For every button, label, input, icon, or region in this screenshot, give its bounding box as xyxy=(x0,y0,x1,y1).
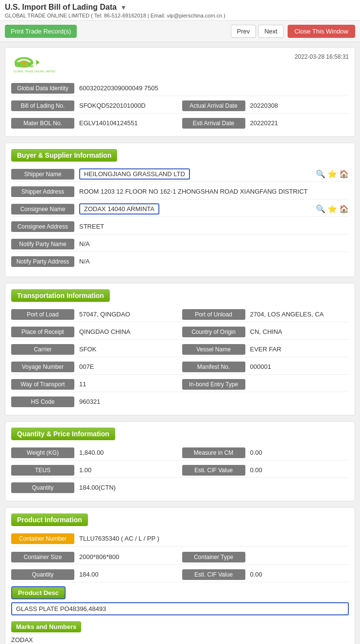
teus-label: TEUS xyxy=(11,465,74,476)
quantity-value: 184.00(CTN) xyxy=(74,482,178,493)
svg-text:G: G xyxy=(15,60,20,68)
marks-value: ZODAX xyxy=(11,634,349,644)
global-data-identity-value: 600320220309000049 7505 xyxy=(74,83,349,94)
manifest-label: Manifest No. xyxy=(182,362,245,372)
vessel-name-label: Vessel Name xyxy=(182,344,245,355)
esti-arrival-label: Esti Arrival Date xyxy=(182,118,245,129)
quantity-row: Quantity 184.00(CTN) xyxy=(11,480,349,495)
top-bar: U.S. Import Bill of Lading Data ▼ GLOBAL… xyxy=(0,0,360,21)
transportation-section: Transportation Information Port of Load … xyxy=(5,283,355,415)
quantity-price-section: Quantity & Price Information Weight (KG)… xyxy=(5,421,355,501)
bol-value: SFOKQD5220101000D xyxy=(74,100,178,111)
quantity-label: Quantity xyxy=(11,482,74,493)
container-number-row: Container Number TLLU7635340 ( AC / L / … xyxy=(11,531,349,546)
content-area: G T C GLOBAL TRADE ONLINE LIMITED 2022-0… xyxy=(0,42,360,644)
port-of-unload-value: 2704, LOS ANGELES, CA xyxy=(245,309,349,320)
star-icon[interactable]: ⭐ xyxy=(327,169,337,179)
marks-area: Marks and Numbers ZODAX xyxy=(11,618,349,644)
consignee-name-row: Consignee Name ZODAX 14040 ARMINTA 🔍 ⭐ 🏠 xyxy=(11,201,349,217)
esti-arrival-value: 20220221 xyxy=(245,117,349,129)
container-number-value: TLLU7635340 ( AC / L / PP ) xyxy=(74,533,349,544)
notify-party-address-row: Notify Party Address N/A xyxy=(11,254,349,269)
measure-label: Measure in CM xyxy=(182,447,245,458)
mater-bol-row: Mater BOL No. EGLV140104124551 Esti Arri… xyxy=(11,116,349,131)
product-desc-label: Product Desc xyxy=(11,586,66,599)
consignee-address-label: Consignee Address xyxy=(11,221,74,232)
measure-value: 0.00 xyxy=(245,447,349,458)
consignee-icons: 🔍 ⭐ 🏠 xyxy=(316,204,349,214)
svg-marker-4 xyxy=(36,60,40,65)
svg-text:T: T xyxy=(22,60,27,68)
weight-row: Weight (KG) 1,840.00 Measure in CM 0.00 xyxy=(11,445,349,461)
hs-code-row: HS Code 960321 xyxy=(11,394,349,409)
product-esti-cif-value: 0.00 xyxy=(245,569,349,580)
svg-text:C: C xyxy=(29,60,34,68)
weight-value: 1,840.00 xyxy=(74,447,178,458)
carrier-row: Carrier SFOK Vessel Name EVER FAR xyxy=(11,342,349,357)
consignee-home-icon[interactable]: 🏠 xyxy=(339,204,349,214)
port-of-load-value: 57047, QINGDAO xyxy=(74,309,178,320)
subtitle: GLOBAL TRADE ONLINE LIMITED ( Tel: 86-51… xyxy=(5,13,355,18)
in-bond-label: In-bond Entry Type xyxy=(182,379,245,390)
global-data-identity-label: Global Data Identity xyxy=(11,83,74,94)
carrier-label: Carrier xyxy=(11,344,74,355)
product-quantity-value: 184.00 xyxy=(74,569,178,580)
teus-row: TEUS 1.00 Esti. CIF Value 0.00 xyxy=(11,462,349,478)
way-of-transport-label: Way of Transport xyxy=(11,379,74,390)
container-size-value: 2000*806*800 xyxy=(74,551,178,562)
container-type-label: Container Type xyxy=(182,552,245,562)
esti-cif-label: Esti. CIF Value xyxy=(182,465,245,476)
consignee-search-icon[interactable]: 🔍 xyxy=(316,204,326,214)
notify-party-address-value: N/A xyxy=(74,256,349,267)
page-title: U.S. Import Bill of Lading Data xyxy=(5,3,117,11)
dropdown-arrow[interactable]: ▼ xyxy=(120,4,127,11)
shipper-name-row: Shipper Name HEILONGJIANG GRASSLAND LTD … xyxy=(11,166,349,182)
shipper-name-value: HEILONGJIANG GRASSLAND LTD xyxy=(79,168,190,180)
weight-label: Weight (KG) xyxy=(11,447,74,458)
carrier-value: SFOK xyxy=(74,344,178,355)
consignee-name-value: ZODAX 14040 ARMINTA xyxy=(79,203,159,215)
port-row: Port of Load 57047, QINGDAO Port of Unlo… xyxy=(11,307,349,322)
place-of-receipt-value: QINGDAO CHINA xyxy=(74,326,178,337)
actual-arrival-label: Actual Arrival Date xyxy=(182,100,245,111)
buyer-supplier-title: Buyer & Supplier Information xyxy=(11,149,117,162)
quantity-price-title: Quantity & Price Information xyxy=(11,428,115,440)
mater-bol-value: EGLV140104124551 xyxy=(74,117,178,129)
buyer-supplier-section: Buyer & Supplier Information Shipper Nam… xyxy=(5,143,355,277)
teus-value: 1.00 xyxy=(74,464,178,476)
home-icon[interactable]: 🏠 xyxy=(339,169,349,179)
close-button[interactable]: Close This Window xyxy=(288,25,355,38)
consignee-address-value: STREET xyxy=(74,221,349,232)
manifest-value: 000001 xyxy=(245,361,349,372)
transportation-title: Transportation Information xyxy=(11,289,110,302)
timestamp: 2022-03-28 16:58:31 xyxy=(295,53,349,60)
consignee-name-label: Consignee Name xyxy=(11,204,74,215)
mater-bol-label: Mater BOL No. xyxy=(11,118,74,129)
voyage-number-value: 007E xyxy=(74,361,178,372)
shipper-name-label: Shipper Name xyxy=(11,169,74,180)
svg-text:GLOBAL TRADE ONLINE LIMITED: GLOBAL TRADE ONLINE LIMITED xyxy=(13,70,55,73)
next-button[interactable]: Next xyxy=(258,25,284,38)
port-of-load-label: Port of Load xyxy=(11,309,74,320)
prev-button[interactable]: Prev xyxy=(231,25,257,38)
product-desc-area: Product Desc GLASS PLATE PO48396,48493 xyxy=(11,586,349,615)
container-size-row: Container Size 2000*806*800 Container Ty… xyxy=(11,549,349,565)
bol-row: Bill of Lading No. SFOKQD5220101000D Act… xyxy=(11,98,349,114)
logo-area: G T C GLOBAL TRADE ONLINE LIMITED 2022-0… xyxy=(11,53,349,77)
search-icon[interactable]: 🔍 xyxy=(316,169,326,179)
country-of-origin-label: Country of Origin xyxy=(182,327,245,337)
hs-code-value: 960321 xyxy=(74,396,178,407)
consignee-star-icon[interactable]: ⭐ xyxy=(327,204,337,214)
notify-party-name-value: N/A xyxy=(74,238,349,249)
main-card: G T C GLOBAL TRADE ONLINE LIMITED 2022-0… xyxy=(5,47,355,137)
print-button[interactable]: Print Trade Record(s) xyxy=(5,25,77,38)
receipt-row: Place of Receipt QINGDAO CHINA Country o… xyxy=(11,324,349,340)
gtc-logo: G T C GLOBAL TRADE ONLINE LIMITED xyxy=(11,53,65,77)
product-info-section: Product Information Container Number TLL… xyxy=(5,507,355,644)
product-quantity-row: Quantity 184.00 Esti. CIF Value 0.00 xyxy=(11,567,349,582)
bol-label: Bill of Lading No. xyxy=(11,100,74,111)
product-quantity-label: Quantity xyxy=(11,569,74,580)
marks-label: Marks and Numbers xyxy=(11,621,81,632)
in-bond-value xyxy=(245,382,349,386)
hs-code-label: HS Code xyxy=(11,396,74,407)
